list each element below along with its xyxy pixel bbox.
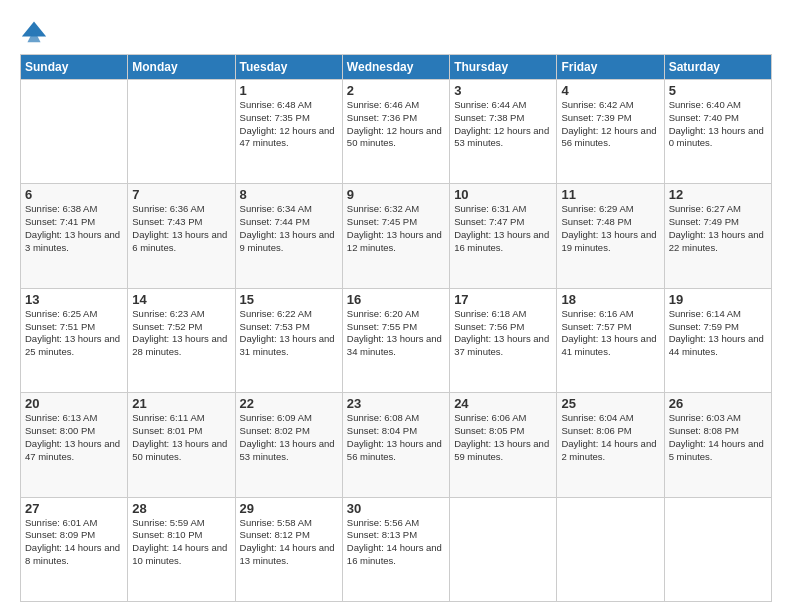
calendar-cell: 17Sunrise: 6:18 AM Sunset: 7:56 PM Dayli… [450, 288, 557, 392]
day-number: 22 [240, 396, 338, 411]
day-number: 29 [240, 501, 338, 516]
day-number: 30 [347, 501, 445, 516]
calendar-week-row: 13Sunrise: 6:25 AM Sunset: 7:51 PM Dayli… [21, 288, 772, 392]
day-info: Sunrise: 6:16 AM Sunset: 7:57 PM Dayligh… [561, 308, 659, 359]
day-info: Sunrise: 6:09 AM Sunset: 8:02 PM Dayligh… [240, 412, 338, 463]
calendar-week-row: 20Sunrise: 6:13 AM Sunset: 8:00 PM Dayli… [21, 393, 772, 497]
calendar-cell [664, 497, 771, 601]
day-number: 6 [25, 187, 123, 202]
day-info: Sunrise: 6:22 AM Sunset: 7:53 PM Dayligh… [240, 308, 338, 359]
day-info: Sunrise: 6:36 AM Sunset: 7:43 PM Dayligh… [132, 203, 230, 254]
calendar-day-header: Sunday [21, 55, 128, 80]
day-number: 3 [454, 83, 552, 98]
day-number: 26 [669, 396, 767, 411]
day-info: Sunrise: 6:38 AM Sunset: 7:41 PM Dayligh… [25, 203, 123, 254]
day-number: 8 [240, 187, 338, 202]
day-info: Sunrise: 6:06 AM Sunset: 8:05 PM Dayligh… [454, 412, 552, 463]
calendar-cell: 29Sunrise: 5:58 AM Sunset: 8:12 PM Dayli… [235, 497, 342, 601]
day-info: Sunrise: 6:25 AM Sunset: 7:51 PM Dayligh… [25, 308, 123, 359]
logo [20, 16, 52, 44]
calendar-week-row: 27Sunrise: 6:01 AM Sunset: 8:09 PM Dayli… [21, 497, 772, 601]
day-number: 14 [132, 292, 230, 307]
day-number: 19 [669, 292, 767, 307]
page: SundayMondayTuesdayWednesdayThursdayFrid… [0, 0, 792, 612]
day-number: 13 [25, 292, 123, 307]
day-info: Sunrise: 6:13 AM Sunset: 8:00 PM Dayligh… [25, 412, 123, 463]
calendar-cell: 4Sunrise: 6:42 AM Sunset: 7:39 PM Daylig… [557, 80, 664, 184]
day-number: 1 [240, 83, 338, 98]
day-number: 2 [347, 83, 445, 98]
day-number: 18 [561, 292, 659, 307]
day-info: Sunrise: 6:31 AM Sunset: 7:47 PM Dayligh… [454, 203, 552, 254]
day-info: Sunrise: 6:08 AM Sunset: 8:04 PM Dayligh… [347, 412, 445, 463]
calendar-cell: 27Sunrise: 6:01 AM Sunset: 8:09 PM Dayli… [21, 497, 128, 601]
day-number: 12 [669, 187, 767, 202]
calendar-cell: 16Sunrise: 6:20 AM Sunset: 7:55 PM Dayli… [342, 288, 449, 392]
calendar-cell: 5Sunrise: 6:40 AM Sunset: 7:40 PM Daylig… [664, 80, 771, 184]
calendar-day-header: Wednesday [342, 55, 449, 80]
calendar-week-row: 6Sunrise: 6:38 AM Sunset: 7:41 PM Daylig… [21, 184, 772, 288]
calendar-cell: 6Sunrise: 6:38 AM Sunset: 7:41 PM Daylig… [21, 184, 128, 288]
day-number: 11 [561, 187, 659, 202]
calendar-cell: 15Sunrise: 6:22 AM Sunset: 7:53 PM Dayli… [235, 288, 342, 392]
calendar-cell: 21Sunrise: 6:11 AM Sunset: 8:01 PM Dayli… [128, 393, 235, 497]
day-info: Sunrise: 6:32 AM Sunset: 7:45 PM Dayligh… [347, 203, 445, 254]
day-info: Sunrise: 6:14 AM Sunset: 7:59 PM Dayligh… [669, 308, 767, 359]
calendar-cell: 2Sunrise: 6:46 AM Sunset: 7:36 PM Daylig… [342, 80, 449, 184]
calendar-cell: 26Sunrise: 6:03 AM Sunset: 8:08 PM Dayli… [664, 393, 771, 497]
day-info: Sunrise: 6:34 AM Sunset: 7:44 PM Dayligh… [240, 203, 338, 254]
day-info: Sunrise: 6:44 AM Sunset: 7:38 PM Dayligh… [454, 99, 552, 150]
calendar-day-header: Thursday [450, 55, 557, 80]
day-number: 9 [347, 187, 445, 202]
calendar-cell: 12Sunrise: 6:27 AM Sunset: 7:49 PM Dayli… [664, 184, 771, 288]
header [20, 16, 772, 44]
day-info: Sunrise: 6:18 AM Sunset: 7:56 PM Dayligh… [454, 308, 552, 359]
calendar-cell: 13Sunrise: 6:25 AM Sunset: 7:51 PM Dayli… [21, 288, 128, 392]
day-number: 28 [132, 501, 230, 516]
calendar-cell: 9Sunrise: 6:32 AM Sunset: 7:45 PM Daylig… [342, 184, 449, 288]
day-info: Sunrise: 6:23 AM Sunset: 7:52 PM Dayligh… [132, 308, 230, 359]
day-info: Sunrise: 6:46 AM Sunset: 7:36 PM Dayligh… [347, 99, 445, 150]
day-number: 4 [561, 83, 659, 98]
day-info: Sunrise: 5:59 AM Sunset: 8:10 PM Dayligh… [132, 517, 230, 568]
calendar-cell: 20Sunrise: 6:13 AM Sunset: 8:00 PM Dayli… [21, 393, 128, 497]
day-info: Sunrise: 6:04 AM Sunset: 8:06 PM Dayligh… [561, 412, 659, 463]
calendar-cell: 22Sunrise: 6:09 AM Sunset: 8:02 PM Dayli… [235, 393, 342, 497]
calendar-day-header: Monday [128, 55, 235, 80]
calendar-cell: 7Sunrise: 6:36 AM Sunset: 7:43 PM Daylig… [128, 184, 235, 288]
day-number: 20 [25, 396, 123, 411]
day-info: Sunrise: 6:40 AM Sunset: 7:40 PM Dayligh… [669, 99, 767, 150]
day-info: Sunrise: 6:01 AM Sunset: 8:09 PM Dayligh… [25, 517, 123, 568]
calendar-cell: 14Sunrise: 6:23 AM Sunset: 7:52 PM Dayli… [128, 288, 235, 392]
calendar-header-row: SundayMondayTuesdayWednesdayThursdayFrid… [21, 55, 772, 80]
day-number: 10 [454, 187, 552, 202]
day-number: 21 [132, 396, 230, 411]
day-info: Sunrise: 6:42 AM Sunset: 7:39 PM Dayligh… [561, 99, 659, 150]
calendar-cell [128, 80, 235, 184]
day-number: 7 [132, 187, 230, 202]
calendar-cell: 3Sunrise: 6:44 AM Sunset: 7:38 PM Daylig… [450, 80, 557, 184]
calendar-table: SundayMondayTuesdayWednesdayThursdayFrid… [20, 54, 772, 602]
day-number: 23 [347, 396, 445, 411]
calendar-cell: 24Sunrise: 6:06 AM Sunset: 8:05 PM Dayli… [450, 393, 557, 497]
day-number: 24 [454, 396, 552, 411]
calendar-cell: 19Sunrise: 6:14 AM Sunset: 7:59 PM Dayli… [664, 288, 771, 392]
day-number: 17 [454, 292, 552, 307]
calendar-cell: 11Sunrise: 6:29 AM Sunset: 7:48 PM Dayli… [557, 184, 664, 288]
calendar-day-header: Saturday [664, 55, 771, 80]
calendar-cell [450, 497, 557, 601]
calendar-cell [557, 497, 664, 601]
day-info: Sunrise: 6:11 AM Sunset: 8:01 PM Dayligh… [132, 412, 230, 463]
day-info: Sunrise: 6:29 AM Sunset: 7:48 PM Dayligh… [561, 203, 659, 254]
logo-icon [20, 16, 48, 44]
calendar-cell: 30Sunrise: 5:56 AM Sunset: 8:13 PM Dayli… [342, 497, 449, 601]
day-info: Sunrise: 6:20 AM Sunset: 7:55 PM Dayligh… [347, 308, 445, 359]
day-number: 5 [669, 83, 767, 98]
day-info: Sunrise: 5:56 AM Sunset: 8:13 PM Dayligh… [347, 517, 445, 568]
day-info: Sunrise: 6:27 AM Sunset: 7:49 PM Dayligh… [669, 203, 767, 254]
day-info: Sunrise: 5:58 AM Sunset: 8:12 PM Dayligh… [240, 517, 338, 568]
calendar-cell: 25Sunrise: 6:04 AM Sunset: 8:06 PM Dayli… [557, 393, 664, 497]
calendar-week-row: 1Sunrise: 6:48 AM Sunset: 7:35 PM Daylig… [21, 80, 772, 184]
calendar-cell: 10Sunrise: 6:31 AM Sunset: 7:47 PM Dayli… [450, 184, 557, 288]
day-number: 15 [240, 292, 338, 307]
